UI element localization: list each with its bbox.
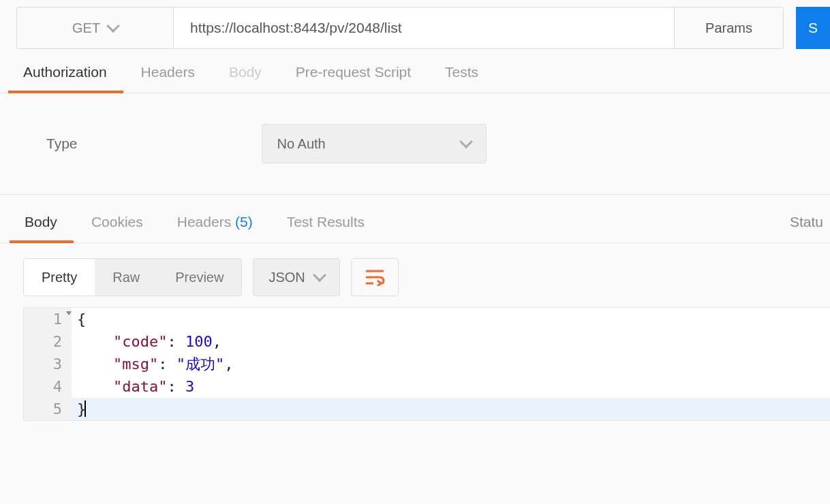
line-number: 2	[24, 330, 72, 353]
headers-count-badge: (5)	[235, 214, 253, 230]
response-header: Body Cookies Headers (5) Test Results St…	[0, 195, 830, 243]
auth-type-value: No Auth	[277, 136, 326, 152]
tab-prerequest-script[interactable]: Pre-request Script	[296, 64, 411, 93]
format-label: JSON	[268, 270, 305, 285]
code-line: 2 "code": 100,	[24, 330, 830, 353]
view-mode-group: Pretty Raw Preview	[23, 258, 242, 296]
view-mode-preview[interactable]: Preview	[157, 259, 241, 296]
format-select[interactable]: JSON	[253, 258, 339, 296]
chevron-down-icon	[313, 268, 326, 282]
tab-tests[interactable]: Tests	[445, 64, 478, 93]
request-bar: GET Params S	[0, 0, 830, 56]
status-label: Statu	[790, 214, 823, 242]
send-button[interactable]: S	[796, 7, 830, 49]
wrap-lines-button[interactable]	[351, 258, 399, 296]
fold-arrow-icon[interactable]	[66, 311, 72, 315]
auth-type-label: Type	[46, 136, 78, 152]
text-cursor	[84, 400, 86, 417]
params-button[interactable]: Params	[675, 7, 784, 49]
resp-tab-cookies[interactable]: Cookies	[91, 214, 143, 242]
authorization-panel: Type No Auth	[0, 93, 830, 195]
response-toolbar: Pretty Raw Preview JSON	[0, 243, 830, 303]
line-number: 5	[24, 398, 72, 420]
wrap-icon	[365, 268, 385, 286]
request-tabs: Authorization Headers Body Pre-request S…	[0, 56, 830, 93]
resp-tab-headers-label: Headers	[177, 214, 231, 230]
view-mode-raw[interactable]: Raw	[95, 259, 157, 296]
resp-tab-body[interactable]: Body	[25, 214, 57, 242]
line-number: 1	[24, 308, 72, 330]
chevron-down-icon	[459, 135, 473, 148]
code-line: 3 "msg": "成功",	[24, 353, 830, 375]
http-method-select[interactable]: GET	[16, 7, 173, 49]
code-line: 5 }	[24, 398, 830, 420]
url-input[interactable]	[173, 7, 675, 49]
code-line: 4 "data": 3	[24, 375, 830, 398]
http-method-label: GET	[72, 20, 100, 36]
chevron-down-icon	[106, 19, 120, 33]
tab-authorization[interactable]: Authorization	[23, 64, 107, 93]
code-line: 1 {	[24, 308, 830, 330]
tab-headers[interactable]: Headers	[141, 64, 195, 93]
resp-tab-test-results[interactable]: Test Results	[287, 214, 365, 242]
auth-type-select[interactable]: No Auth	[262, 124, 487, 163]
tab-body[interactable]: Body	[229, 64, 262, 93]
line-number: 3	[24, 353, 72, 375]
view-mode-pretty[interactable]: Pretty	[24, 259, 95, 296]
response-tabs: Body Cookies Headers (5) Test Results	[25, 214, 365, 242]
line-number: 4	[24, 375, 72, 398]
resp-tab-headers[interactable]: Headers (5)	[177, 214, 253, 242]
response-body[interactable]: 1 { 2 "code": 100, 3 "msg": "成功", 4 "dat…	[23, 307, 830, 421]
